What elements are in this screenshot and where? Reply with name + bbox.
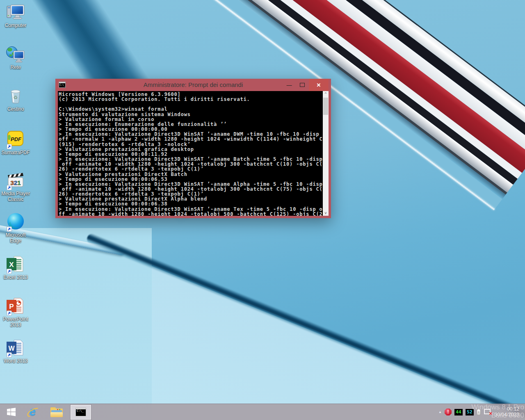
minimize-icon: —: [287, 82, 292, 88]
desktop-icon-label: SumatraPDF: [0, 150, 31, 155]
edge-icon: [6, 212, 25, 232]
desktop-icon-label: Microsoft Edge: [0, 232, 31, 244]
desktop-icon-computer[interactable]: Computer: [0, 2, 31, 28]
console-line: > Tempo di esecuzione 00:00:06.53: [59, 177, 323, 182]
command-prompt-window[interactable]: C:\_ Amministratore: Prompt dei comandi …: [55, 79, 331, 218]
powerpoint-icon: P: [6, 296, 25, 316]
close-icon: ✕: [317, 82, 321, 88]
computer-icon: [6, 2, 25, 22]
desktop-icon-recycle-bin[interactable]: ♻ Cestino: [0, 86, 31, 112]
minimize-button[interactable]: —: [283, 79, 296, 91]
desktop-icon-label: Media Player Classic: [0, 191, 31, 202]
svg-text:♻: ♻: [14, 95, 18, 100]
taskbar-item-file-explorer[interactable]: [45, 404, 68, 420]
show-hidden-icons-chevron[interactable]: ▲: [438, 410, 442, 414]
internet-explorer-icon: e: [27, 406, 40, 418]
tray-cpu-temp[interactable]: 44: [454, 409, 463, 415]
console-output[interactable]: Microsoft Windows [Versione 6.3.9600](c)…: [58, 91, 323, 216]
word-icon: W: [6, 338, 25, 358]
clock-date: 30/04/2023: [495, 412, 519, 418]
shortcut-arrow-icon: [7, 226, 12, 232]
window-titlebar[interactable]: C:\_ Amministratore: Prompt dei comandi …: [55, 79, 331, 91]
file-explorer-icon: [50, 407, 63, 417]
console-line: (c) 2013 Microsoft Corporation. Tutti i …: [59, 97, 323, 102]
shortcut-arrow-icon: [7, 144, 12, 149]
windows-logo-icon: [7, 407, 16, 417]
console-line: > Tempo di esecuzione 00:00:06.38: [59, 201, 323, 206]
desktop-icon-media-player-classic[interactable]: 321 Media Player Classic: [0, 171, 31, 202]
svg-text:W: W: [8, 345, 15, 352]
desktop[interactable]: Windows 8.1 Pro Build 9600 Computer: [0, 0, 525, 420]
desktop-icon-label: Computer: [0, 23, 31, 28]
svg-text:P: P: [9, 303, 14, 310]
taskbar-item-command-prompt-active[interactable]: C:\_: [71, 405, 91, 420]
system-tray: ▲ ! 44 52 × ✕ 00:12 30/04/2023: [438, 406, 525, 418]
taskbar-clock[interactable]: 00:12 30/04/2023: [495, 406, 519, 418]
media-player-classic-icon: 321: [6, 171, 25, 190]
taskbar-item-internet-explorer[interactable]: e: [22, 404, 45, 420]
console-line: 26) -rendertotex 6 -rtdelta 3 -texpobj C…: [59, 167, 323, 171]
console-line: (915) -rendertotex 6 -rtdelta 3 -nolock’: [59, 142, 323, 147]
maximize-icon: [300, 83, 305, 87]
console-line: off -normalw 1 -alphaw 2 -width 1280 -he…: [59, 137, 323, 142]
close-button[interactable]: ✕: [309, 79, 329, 91]
console-line: ff -animate 10 -width 1280 -height 1024 …: [59, 212, 323, 216]
desktop-icon-label: Word 2013: [0, 358, 31, 364]
scroll-up-icon[interactable]: ^: [323, 91, 329, 97]
desktop-icon-label: Excel 2013: [0, 274, 31, 280]
wallpaper-light-lower-panel: [0, 238, 525, 420]
desktop-icon-excel[interactable]: X Excel 2013: [0, 254, 31, 280]
shortcut-arrow-icon: [7, 185, 12, 190]
network-disconnected-icon[interactable]: ✕: [484, 409, 492, 415]
desktop-icon-sumatrapdf[interactable]: PDF SumatraPDF: [0, 130, 31, 155]
scrollbar-thumb[interactable]: [323, 98, 328, 115]
svg-text:321: 321: [10, 179, 21, 186]
console-line: C:\Windows\system32>winsat formal: [59, 107, 323, 112]
shortcut-arrow-icon: [7, 310, 12, 316]
start-button[interactable]: [0, 404, 22, 420]
network-globe-icon: [6, 44, 25, 64]
console-line: Strumento di valutazione sistema Windows: [59, 112, 323, 117]
shortcut-arrow-icon: [7, 269, 12, 274]
desktop-icon-powerpoint[interactable]: P PowerPoint 2013: [0, 296, 31, 328]
svg-text:X: X: [9, 261, 14, 269]
console-line: > In esecuzione: Valutazione Direct3D Wi…: [59, 207, 323, 212]
wallpaper-panel-crease-shadow: [85, 232, 525, 420]
desktop-icon-network[interactable]: Rete: [0, 44, 31, 70]
maximize-button[interactable]: [296, 79, 309, 91]
tray-alert-icon[interactable]: !: [445, 409, 452, 415]
sumatrapdf-icon: PDF: [6, 130, 25, 149]
console-line: > Valutazione prestazioni DirectX Batch: [59, 172, 323, 177]
recycle-bin-icon: ♻: [6, 86, 25, 106]
scroll-down-icon[interactable]: v: [323, 210, 329, 216]
svg-text:PDF: PDF: [11, 136, 22, 142]
clock-time: 00:12: [495, 406, 519, 412]
desktop-icon-label: Rete: [0, 64, 31, 70]
console-scrollbar[interactable]: ^ v: [323, 91, 329, 216]
excel-icon: X: [6, 254, 25, 274]
taskbar: e C:\_ ▲ ! 4: [0, 404, 525, 420]
desktop-icon-microsoft-edge[interactable]: Microsoft Edge: [0, 212, 31, 244]
tray-device-icon[interactable]: ×: [477, 409, 481, 415]
desktop-icon-word[interactable]: W Word 2013: [0, 338, 31, 364]
desktop-icon-label: PowerPoint 2013: [0, 316, 31, 328]
command-prompt-icon: C:\_: [75, 408, 86, 416]
shortcut-arrow-icon: [7, 352, 12, 358]
tray-gpu-temp[interactable]: 52: [466, 409, 474, 415]
desktop-icon-label: Cestino: [0, 106, 31, 112]
